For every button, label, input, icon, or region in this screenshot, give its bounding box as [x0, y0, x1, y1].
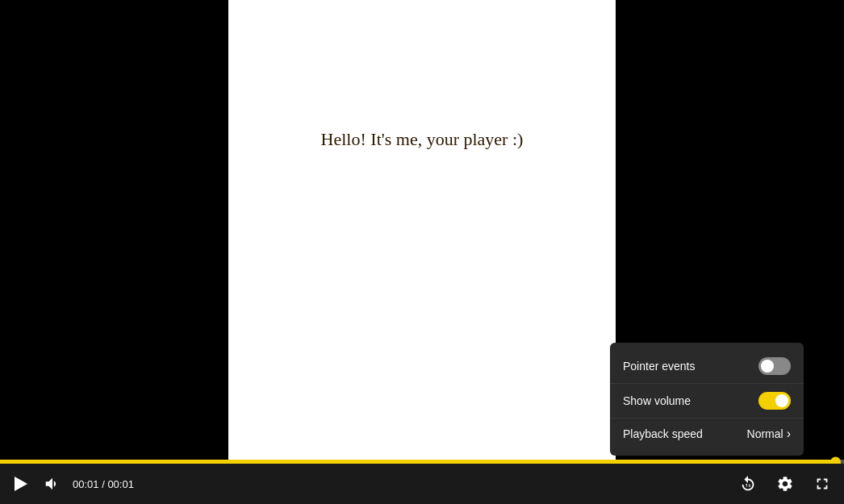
- time-separator: /: [99, 478, 108, 490]
- fullscreen-button[interactable]: [810, 472, 834, 496]
- show-volume-toggle-knob: [775, 394, 788, 407]
- video-player-text: Hello! It's me, your player :): [321, 129, 524, 150]
- rewind-icon: [739, 475, 757, 493]
- chevron-right-icon: ›: [787, 427, 791, 441]
- settings-button[interactable]: [773, 472, 797, 496]
- video-container: Hello! It's me, your player :) Pointer e…: [0, 0, 844, 504]
- time-display: 00:01 / 00:01: [73, 478, 134, 490]
- show-volume-label: Show volume: [623, 394, 691, 407]
- playback-speed-value: Normal: [747, 427, 783, 440]
- pointer-events-toggle-knob: [761, 360, 774, 373]
- fullscreen-icon: [813, 475, 831, 493]
- video-white-area: Hello! It's me, your player :): [228, 0, 616, 464]
- volume-icon: [44, 475, 61, 493]
- playback-speed-label: Playback speed: [623, 427, 703, 440]
- rewind-button[interactable]: [736, 472, 760, 496]
- settings-row-pointer-events: Pointer events: [610, 349, 804, 384]
- settings-row-playback-speed[interactable]: Playback speed Normal ›: [610, 419, 804, 449]
- volume-button[interactable]: [40, 472, 65, 496]
- settings-popup: Pointer events Show volume Playback spee…: [610, 343, 804, 456]
- settings-row-show-volume: Show volume: [610, 384, 804, 419]
- play-button[interactable]: [10, 473, 32, 495]
- pointer-events-label: Pointer events: [623, 360, 696, 373]
- time-current: 00:01: [73, 478, 99, 490]
- time-total: 00:01: [107, 478, 134, 490]
- controls-bar: 00:01 / 00:01: [0, 464, 844, 504]
- show-volume-toggle[interactable]: [758, 392, 791, 410]
- settings-icon: [776, 475, 794, 493]
- play-icon: [15, 477, 27, 491]
- pointer-events-toggle[interactable]: [758, 357, 791, 375]
- right-controls: [736, 472, 834, 496]
- playback-speed-value-container: Normal ›: [747, 427, 791, 441]
